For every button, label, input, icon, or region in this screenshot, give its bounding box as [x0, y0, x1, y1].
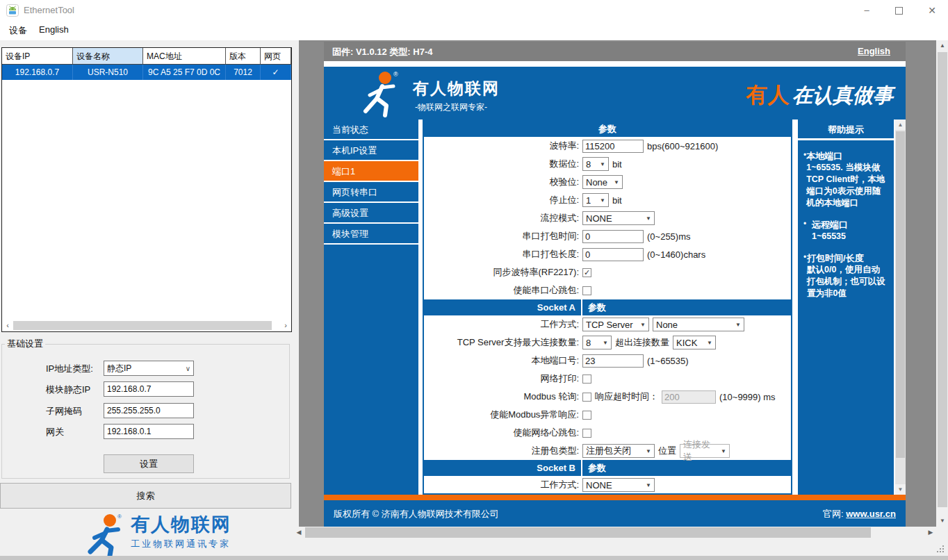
table-cell: 7012	[226, 65, 261, 80]
help-item: •本地端口1~65535. 当模块做TCP Client时，本地端口为0表示使用…	[803, 150, 888, 209]
menu-bar: 设备 English	[0, 21, 948, 40]
scroll-up-icon[interactable]: ▲	[895, 120, 906, 130]
select-dropdown[interactable]: KICK▼	[673, 336, 716, 349]
select-dropdown[interactable]: None▼	[582, 175, 623, 189]
select-dropdown[interactable]: NONE▼	[582, 478, 655, 492]
checkbox[interactable]: ✓	[582, 268, 591, 277]
help-item: •远程端口1~65535	[803, 219, 888, 242]
scroll-right-icon[interactable]: ›	[281, 320, 291, 331]
selected-value: NONE	[586, 213, 612, 224]
scroll-down-icon[interactable]: ▼	[937, 516, 948, 527]
field-hint: bps(600~921600)	[647, 141, 718, 151]
english-link[interactable]: English	[858, 46, 890, 56]
select-dropdown[interactable]: 1▼	[582, 193, 609, 207]
text-input[interactable]: 192.168.0.1	[104, 424, 194, 439]
column-header[interactable]: MAC地址	[143, 48, 226, 64]
table-row[interactable]: 192.168.0.7USR-N5109C A5 25 F7 0D 0C7012…	[2, 65, 291, 80]
usr-logo-subtitle: 工业物联网通讯专家	[131, 538, 231, 550]
field-label: 工作方式:	[424, 318, 582, 331]
app-window: EthernetTool – ✕ 设备 English 设备IP设备名称MAC地…	[0, 0, 948, 560]
selected-value: 8	[586, 159, 591, 170]
checkbox[interactable]	[582, 429, 591, 438]
window-title: EthernetTool	[24, 5, 74, 15]
app-logo-icon	[6, 4, 19, 17]
text-input[interactable]: 255.255.255.0	[104, 403, 194, 418]
field-hint: (0~1460)chars	[647, 249, 705, 260]
browser-hscrollbar[interactable]: ◀ ▶	[293, 527, 936, 538]
maximize-icon	[895, 7, 903, 15]
menu-item-device[interactable]: 设备	[9, 24, 27, 37]
sidebar-item-模块管理[interactable]: 模块管理	[324, 224, 418, 245]
page-footer: 版权所有 © 济南有人物联网技术有限公司 官网: www.usr.cn	[324, 500, 906, 527]
column-header[interactable]: 设备IP	[2, 48, 73, 64]
help-title: 帮助提示	[798, 120, 894, 140]
field-controls: 1▼bit	[582, 193, 622, 207]
resize-grip[interactable]	[937, 545, 945, 554]
select-dropdown[interactable]: 8▼	[582, 157, 609, 171]
title-bar: EthernetTool – ✕	[0, 0, 948, 21]
menu-item-english[interactable]: English	[39, 24, 69, 35]
scroll-down-icon[interactable]: ▼	[895, 484, 906, 495]
checkbox[interactable]	[582, 286, 591, 295]
browser-vscrollbar[interactable]: ▲ ▼	[937, 40, 948, 527]
field-label: IP地址类型:	[46, 363, 93, 375]
table-cell: 9C A5 25 F7 0D 0C	[143, 65, 226, 80]
text-input[interactable]	[582, 354, 644, 368]
scroll-right-icon[interactable]: ▶	[925, 527, 936, 538]
scroll-thumb[interactable]	[305, 527, 871, 538]
scroll-thumb[interactable]	[896, 131, 905, 458]
column-header[interactable]: 版本	[226, 48, 261, 64]
section-name: Socket A	[424, 302, 581, 313]
basic-settings-row: IP地址类型:静态IP∨	[2, 361, 289, 376]
page-vscrollbar[interactable]: ▲ ▼	[895, 120, 906, 495]
selected-value: NONE	[586, 480, 612, 491]
sidebar-item-端口1[interactable]: 端口1	[324, 161, 418, 182]
form-row: 本地端口号:(1~65535)	[424, 352, 791, 370]
search-button[interactable]: 搜索	[0, 483, 291, 509]
browser-viewport: 固件: V1.0.12 类型: H7-4 English ® 有人物联网 -物	[299, 40, 936, 527]
scroll-left-icon[interactable]: ◀	[293, 527, 304, 538]
field-hint: 超出连接数量	[615, 336, 669, 349]
select-dropdown[interactable]: NONE▼	[582, 211, 655, 225]
copyright-text: 版权所有 © 济南有人物联网技术有限公司	[334, 508, 499, 520]
set-button[interactable]: 设置	[104, 454, 194, 473]
checkbox[interactable]	[582, 393, 591, 402]
field-controls	[582, 411, 591, 420]
field-label: Modbus 轮询:	[424, 390, 582, 403]
usr-logo-brand: 有人物联网	[131, 513, 231, 536]
minimize-button[interactable]: –	[851, 0, 883, 21]
scroll-up-icon[interactable]: ▲	[937, 40, 948, 51]
checkbox[interactable]	[582, 374, 591, 384]
column-header[interactable]: 网页	[261, 48, 291, 64]
usr-runner-icon: ®	[82, 513, 125, 557]
text-input[interactable]	[582, 140, 644, 153]
column-header[interactable]: 设备名称	[73, 48, 143, 64]
scroll-thumb[interactable]	[938, 52, 947, 507]
sidebar-item-当前状态[interactable]: 当前状态	[324, 120, 418, 140]
select-dropdown[interactable]: 8▼	[582, 336, 612, 349]
sidebar-item-高级设置[interactable]: 高级设置	[324, 203, 418, 224]
text-input[interactable]	[582, 230, 644, 243]
scroll-left-icon[interactable]: ‹	[3, 320, 13, 331]
device-table-hscrollbar[interactable]: ‹ ›	[3, 320, 291, 331]
ip-type-select[interactable]: 静态IP∨	[104, 361, 194, 376]
sidebar-item-网页转串口[interactable]: 网页转串口	[324, 182, 418, 203]
field-label: 网络打印:	[424, 372, 582, 385]
official-site: 官网: www.usr.cn	[823, 508, 896, 520]
scroll-thumb[interactable]	[13, 321, 272, 330]
select-dropdown[interactable]: None▼	[653, 318, 744, 331]
slogan-white: 在认真做事	[792, 84, 893, 106]
webpage-check-icon[interactable]: ✓	[261, 65, 291, 80]
checkbox[interactable]	[582, 411, 591, 420]
select-dropdown[interactable]: TCP Server▼	[582, 318, 649, 331]
sidebar-item-本机IP设置[interactable]: 本机IP设置	[324, 140, 418, 161]
brand-title: 有人物联网	[413, 78, 500, 99]
site-link[interactable]: www.usr.cn	[846, 509, 896, 519]
maximize-button[interactable]	[883, 0, 915, 21]
form-row: 使能串口心跳包:	[424, 281, 791, 299]
close-button[interactable]: ✕	[916, 0, 948, 21]
text-input[interactable]	[582, 248, 644, 261]
text-input[interactable]: 192.168.0.7	[104, 381, 194, 397]
select-dropdown[interactable]: 注册包关闭▼	[582, 444, 655, 458]
help-item-body: 1~65535. 当模块做TCP Client时，本地端口为0表示使用随机的本地…	[806, 162, 888, 209]
